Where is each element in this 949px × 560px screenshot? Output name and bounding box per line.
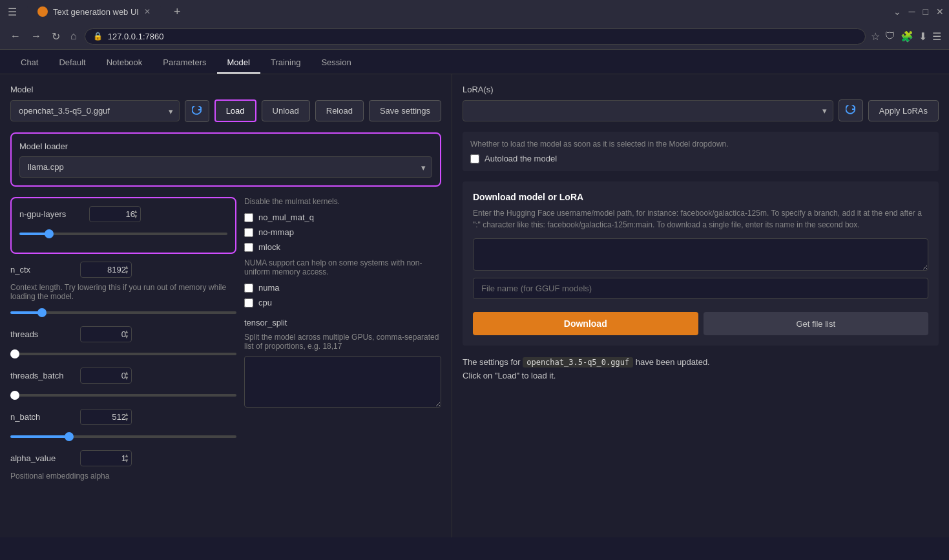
nav-tab-parameters[interactable]: Parameters [152, 52, 216, 74]
gpu-layers-down-arrow[interactable]: ▼ [132, 214, 140, 220]
lora-row: ▾ Apply LoRAs [463, 99, 939, 121]
threads-batch-slider[interactable] [10, 394, 236, 397]
lora-select-wrapper: ▾ [463, 100, 833, 121]
nav-tab-notebook[interactable]: Notebook [96, 52, 153, 74]
save-settings-btn[interactable]: Save settings [369, 100, 441, 121]
n-ctx-slider-container [10, 306, 236, 316]
apply-loras-btn[interactable]: Apply LoRAs [868, 100, 939, 121]
params-two-col: n-gpu-layers ▲ ▼ [10, 197, 441, 491]
download-btn[interactable]: Download [473, 312, 698, 335]
gpu-layers-section: n-gpu-layers ▲ ▼ [10, 197, 236, 254]
alpha-value-row: alpha_value ▲ ▼ [10, 450, 236, 466]
threads-batch-row: threads_batch ▲ ▼ [10, 368, 236, 384]
new-tab-btn[interactable]: + [169, 5, 186, 19]
address-text: 127.0.0.1:7860 [108, 32, 164, 41]
threads-label: threads [10, 329, 75, 339]
nav-tab-default[interactable]: Default [48, 52, 96, 74]
n-batch-down-arrow[interactable]: ▼ [123, 417, 130, 422]
download-status-btn[interactable]: ⬇ [919, 30, 927, 43]
gpu-layers-row: n-gpu-layers ▲ ▼ [19, 206, 227, 222]
status-model-code: openchat_3.5-q5_0.gguf [523, 357, 633, 368]
reload-btn[interactable]: Reload [315, 100, 364, 121]
autoload-desc: Whether to load the model as soon as it … [470, 140, 931, 149]
extension-btn[interactable]: 🧩 [901, 30, 913, 43]
model-refresh-btn[interactable] [185, 100, 209, 122]
sidebar-toggle-btn[interactable]: ☰ [5, 3, 19, 21]
nav-tab-session[interactable]: Session [311, 52, 361, 74]
no-mmap-checkbox[interactable] [244, 228, 253, 237]
cpu-checkbox[interactable] [244, 298, 253, 307]
load-btn[interactable]: Load [214, 99, 256, 122]
model-section-label: Model [10, 85, 441, 94]
forward-btn[interactable]: → [28, 28, 44, 45]
n-ctx-section: n_ctx ▲ ▼ Context length. Try lowering t… [10, 262, 236, 316]
n-ctx-down-arrow[interactable]: ▼ [123, 270, 130, 275]
browser-tab[interactable]: Text generation web UI ✕ [27, 3, 161, 21]
no-mul-mat-q-row: no_mul_mat_q [244, 213, 441, 222]
shield-btn[interactable]: 🛡 [885, 30, 895, 42]
nav-tab-model[interactable]: Model [217, 52, 260, 74]
tensor-split-textarea[interactable] [244, 356, 441, 408]
n-ctx-slider[interactable] [10, 311, 236, 314]
n-batch-spin-arrows: ▲ ▼ [123, 409, 130, 425]
status-line2: Click on "Load" to load it. [463, 371, 556, 380]
bookmark-btn[interactable]: ☆ [871, 30, 880, 43]
threads-slider[interactable] [10, 353, 236, 355]
threads-down-arrow[interactable]: ▼ [123, 335, 130, 340]
status-text: The settings for openchat_3.5-q5_0.gguf … [463, 356, 939, 383]
numa-checkbox[interactable] [244, 284, 253, 293]
win-chevron-icon: ⌄ [893, 6, 901, 17]
gpu-layers-spin-arrows: ▲ ▼ [132, 206, 140, 222]
gpu-layers-label: n-gpu-layers [19, 209, 84, 219]
model-path-textarea[interactable] [473, 238, 928, 271]
n-ctx-label: n_ctx [10, 265, 75, 275]
menu-btn[interactable]: ☰ [932, 30, 941, 43]
n-batch-label: n_batch [10, 412, 75, 422]
model-select[interactable]: openchat_3.5-q5_0.gguf [10, 100, 180, 121]
n-ctx-spin-arrows: ▲ ▼ [123, 262, 130, 278]
app-nav: Chat Default Notebook Parameters Model T… [0, 50, 949, 74]
alpha-value-down-arrow[interactable]: ▼ [123, 459, 130, 464]
mlock-row: mlock [244, 242, 441, 252]
alpha-value-section: alpha_value ▲ ▼ Positional embeddings al… [10, 450, 236, 481]
lora-refresh-icon [846, 105, 856, 116]
threads-batch-spin-arrows: ▲ ▼ [123, 368, 130, 384]
numa-label: numa [258, 283, 280, 293]
refresh-btn[interactable]: ↻ [49, 28, 63, 45]
unload-btn[interactable]: Unload [262, 100, 310, 121]
numa-row: numa [244, 283, 441, 293]
get-file-list-btn[interactable]: Get file list [704, 312, 929, 335]
download-section-title: Download model or LoRA [473, 192, 928, 202]
maximize-btn[interactable]: □ [923, 6, 928, 17]
back-btn[interactable]: ← [8, 28, 23, 45]
filename-input[interactable] [473, 278, 928, 299]
autoload-checkbox[interactable] [470, 154, 479, 163]
n-ctx-desc: Context length. Try lowering this if you… [10, 283, 236, 301]
tab-title: Text generation web UI [53, 7, 139, 17]
address-bar[interactable]: 🔒 127.0.0.1:7860 [85, 28, 866, 45]
lora-refresh-btn[interactable] [839, 99, 863, 121]
threads-batch-section: threads_batch ▲ ▼ [10, 368, 236, 399]
tab-close-btn[interactable]: ✕ [144, 7, 151, 16]
no-mul-mat-q-checkbox[interactable] [244, 213, 253, 222]
model-loader-section: Model loader llama.cpp ▾ [10, 132, 441, 187]
tensor-split-section: tensor_split Split the model across mult… [244, 318, 441, 415]
n-batch-slider[interactable] [10, 435, 236, 438]
lora-select[interactable] [463, 100, 833, 121]
nav-tab-training[interactable]: Training [260, 52, 311, 74]
status-line1-suffix: have been updated. [633, 357, 710, 367]
threads-batch-down-arrow[interactable]: ▼ [123, 376, 130, 381]
model-row: openchat_3.5-q5_0.gguf ▾ Load Unload Rel… [10, 99, 441, 122]
close-btn[interactable]: ✕ [936, 6, 944, 17]
main-content: Model openchat_3.5-q5_0.gguf ▾ Load Unlo… [0, 74, 949, 537]
no-mmap-label: no-mmap [258, 227, 294, 237]
loader-select[interactable]: llama.cpp [19, 156, 432, 178]
minimize-btn[interactable]: ─ [909, 6, 915, 17]
gpu-layers-slider[interactable] [19, 233, 227, 235]
mlock-checkbox[interactable] [244, 243, 253, 252]
mlock-label: mlock [258, 242, 280, 252]
alpha-value-spin-wrapper: ▲ ▼ [80, 450, 132, 466]
autoload-label: Autoload the model [485, 154, 557, 163]
home-btn[interactable]: ⌂ [68, 28, 79, 45]
nav-tab-chat[interactable]: Chat [10, 52, 48, 74]
